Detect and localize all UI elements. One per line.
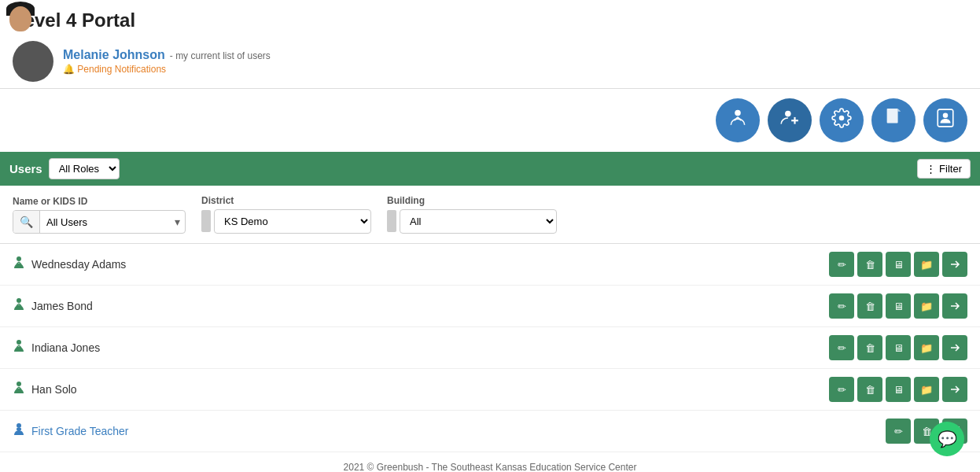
delete-button[interactable]: 🗑 [857,293,882,319]
district-select[interactable]: KS Demo [214,209,371,234]
district-group: District KS Demo [201,195,371,234]
chevron-down-icon: ▾ [170,212,185,232]
user-name: Melanie Johnson [63,48,165,62]
student-row-icon [13,381,25,398]
user-name-cell: Han Solo [31,383,77,396]
building-indicator [387,210,396,232]
edit-button[interactable]: ✏ [886,419,911,444]
table-row: Indiana Jones ✏ 🗑 🖥 📁 [0,327,980,369]
roles-select[interactable]: All Roles Teacher Student Admin [49,158,120,179]
contact-icon [935,108,956,133]
add-user-icon [779,108,800,133]
user-subtitle: - my current list of users [170,50,271,61]
user-row-name: James Bond [13,297,441,315]
svg-point-0 [735,110,741,116]
district-indicator [201,210,211,232]
page-title: Level 4 Portal [0,0,980,35]
svg-point-13 [17,298,21,303]
filter-label: Filter [939,163,962,175]
user-row-name: Han Solo [13,381,441,398]
monitor-button[interactable]: 🖥 [886,377,911,402]
users-bar: Users All Roles Teacher Student Admin ⋮ … [0,152,980,186]
user-name-cell: Wednesday Adams [31,258,126,271]
document-button[interactable] [871,98,916,142]
users-label: Users [9,162,42,175]
notifications[interactable]: 🔔 Pending Notifications [63,64,271,75]
table-row: First Grade Teacher ✏ 🗑 [0,411,980,452]
folder-button[interactable]: 📁 [914,252,939,277]
svg-point-19 [17,382,21,386]
edit-button[interactable]: ✏ [829,293,854,319]
user-name-cell: James Bond [31,300,93,312]
gear-icon [831,108,852,133]
user-info: Melanie Johnson - my current list of use… [63,48,271,75]
search-icon-box: 🔍 [13,211,40,233]
name-label: Name or KIDS ID [13,196,186,207]
folder-button[interactable]: 📁 [914,293,939,319]
svg-point-9 [943,113,949,119]
notifications-label: Pending Notifications [77,64,166,75]
user-row-name: Indiana Jones [13,339,441,356]
student-button[interactable] [716,98,760,142]
contact-button[interactable] [923,98,967,142]
student-row-icon [13,256,25,273]
action-buttons [0,89,980,152]
delete-button[interactable]: 🗑 [857,335,882,360]
transfer-button[interactable] [942,252,967,277]
users-bar-left: Users All Roles Teacher Student Admin [9,158,120,179]
settings-button[interactable] [820,98,864,142]
table-row: Wednesday Adams ✏ 🗑 🖥 📁 [0,244,980,286]
edit-button[interactable]: ✏ [829,335,854,360]
svg-point-6 [839,116,845,121]
monitor-button[interactable]: 🖥 [886,252,911,277]
student-icon [728,108,748,133]
transfer-button[interactable] [942,335,967,360]
transfer-button[interactable] [942,377,967,402]
document-icon [884,108,903,133]
district-label: District [201,195,371,206]
student-row-icon [13,339,25,356]
row-actions: ✏ 🗑 🖥 📁 [466,293,967,319]
transfer-button[interactable] [942,293,967,319]
folder-button[interactable]: 📁 [914,377,939,402]
folder-button[interactable]: 📁 [914,335,939,360]
svg-point-3 [785,111,791,117]
building-select[interactable]: All [400,209,557,234]
search-area: Name or KIDS ID 🔍 ▾ District KS Demo Bui… [0,186,980,244]
bell-icon: 🔔 [63,64,75,75]
monitor-button[interactable]: 🖥 [886,335,911,360]
student-row-icon [13,297,25,315]
svg-point-22 [17,423,21,428]
row-actions: ✏ 🗑 [466,419,967,444]
edit-button[interactable]: ✏ [829,252,854,277]
edit-button[interactable]: ✏ [829,377,854,402]
name-search-input[interactable] [40,212,170,232]
monitor-button[interactable]: 🖥 [886,293,911,319]
row-actions: ✏ 🗑 🖥 📁 [466,252,967,277]
user-header: Melanie Johnson - my current list of use… [0,35,980,89]
users-table: Wednesday Adams ✏ 🗑 🖥 📁 [0,244,980,452]
row-actions: ✏ 🗑 🖥 📁 [466,335,967,360]
add-user-button[interactable] [768,98,812,142]
footer: 2021 © Greenbush - The Southeast Kansas … [0,452,980,472]
svg-point-10 [17,256,21,261]
chat-bubble[interactable]: 💬 [930,422,964,456]
building-label: Building [387,195,557,206]
delete-button[interactable]: 🗑 [857,252,882,277]
filter-button[interactable]: ⋮ Filter [917,159,971,179]
table-row: Han Solo ✏ 🗑 🖥 📁 [0,369,980,411]
row-actions: ✏ 🗑 🖥 📁 [466,377,967,402]
delete-button[interactable]: 🗑 [857,377,882,402]
table-row: James Bond ✏ 🗑 🖥 📁 [0,286,980,327]
role-link[interactable]: First Grade Teacher [31,425,128,437]
chat-icon: 💬 [938,430,957,448]
name-search-group: Name or KIDS ID 🔍 ▾ [13,196,186,234]
user-row-name: Wednesday Adams [13,256,441,273]
svg-point-16 [17,340,21,345]
filter-icon: ⋮ [926,163,936,175]
role-row-icon [13,422,25,440]
building-group: Building All [387,195,557,234]
name-search-wrap: 🔍 ▾ [13,210,186,234]
user-name-cell: Indiana Jones [31,341,100,354]
avatar [13,41,53,82]
